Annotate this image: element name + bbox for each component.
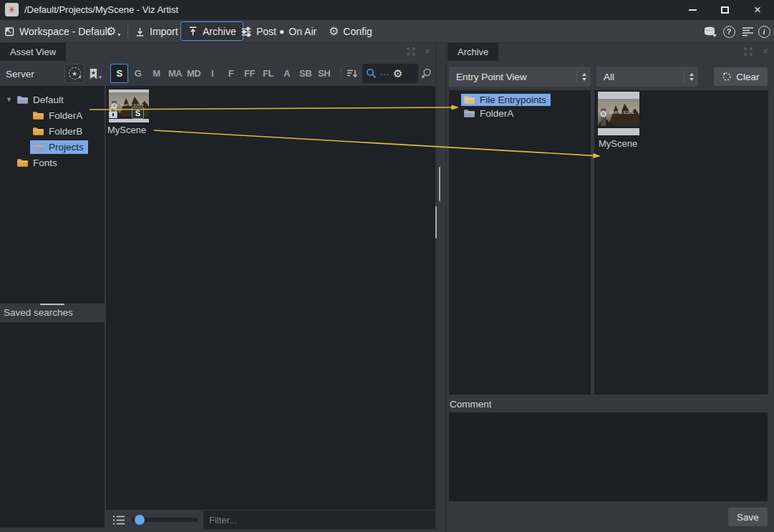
workspace-button[interactable]: Workspace - Default xyxy=(4,20,110,43)
server-label: Server xyxy=(6,69,34,79)
tree-item-folder-b[interactable]: FolderB xyxy=(0,123,105,139)
entry-point-tree: File Entrypoints FolderA xyxy=(449,90,591,395)
advanced-search-button[interactable] xyxy=(420,68,432,82)
folder-icon xyxy=(32,110,44,120)
close-button[interactable]: × xyxy=(745,0,770,20)
info-button[interactable]: i xyxy=(755,20,773,43)
lines-icon xyxy=(742,26,754,37)
archive-expand-icon[interactable] xyxy=(742,45,755,58)
info-icon: i xyxy=(758,26,770,38)
sidebar-splitter-handle[interactable] xyxy=(40,304,64,305)
filter-button-material[interactable]: M xyxy=(147,64,165,83)
comment-textarea[interactable] xyxy=(449,412,768,501)
tree-item-default[interactable]: ▼ Default xyxy=(0,92,105,107)
server-tree: ▼ Default FolderA xyxy=(0,86,105,304)
scene-preview-image: SAMPLE SCENE xyxy=(598,99,639,126)
letterbox-bar xyxy=(598,128,639,135)
main-toolbar: Workspace - Default ⚙ ▾ Import Archive xyxy=(0,20,774,43)
archive-thumbnail-myscene[interactable]: SAMPLE SCENE xyxy=(598,92,639,133)
viz-artist-window: ✳ /Default/Projects/MyScene - Viz Artist… xyxy=(0,0,774,532)
tree-item-label: Fonts xyxy=(33,158,57,168)
filter-button-fl[interactable]: FL xyxy=(259,64,277,83)
spinner-arrows-icon xyxy=(690,73,694,81)
tree-item-folder-a[interactable]: FolderA xyxy=(0,107,105,123)
asset-view-expand-icon[interactable] xyxy=(405,45,417,58)
tree-item-label: FolderA xyxy=(49,110,82,121)
filter-button-image[interactable]: I xyxy=(203,64,221,83)
smart-search-button[interactable]: ★ ▾ xyxy=(64,64,84,83)
config-button[interactable]: ⚙ Config xyxy=(329,20,372,43)
filter-button-md[interactable]: MD xyxy=(185,64,203,83)
thumbnail-size-slider-knob[interactable] xyxy=(135,515,145,525)
help-button[interactable]: ? xyxy=(720,20,737,43)
gear-icon: ⚙ xyxy=(106,26,116,37)
post-label: Post xyxy=(256,26,276,37)
filter-button-ma[interactable]: MA xyxy=(166,64,184,83)
list-view-button[interactable] xyxy=(112,515,125,528)
type-filter-dropdown[interactable]: All xyxy=(596,67,698,87)
archive-close-icon[interactable]: × xyxy=(759,45,772,58)
filter-button-scene[interactable]: S xyxy=(110,64,128,83)
tab-archive[interactable]: Archive xyxy=(448,43,498,61)
search-input[interactable]: ... ⚙ xyxy=(362,64,418,83)
svg-text:SAMPLE SCENE: SAMPLE SCENE xyxy=(610,111,634,115)
workspace-settings-button[interactable]: ⚙ ▾ xyxy=(106,20,120,43)
save-label: Save xyxy=(737,512,759,523)
sort-button[interactable] xyxy=(346,68,359,82)
folder-icon xyxy=(463,108,475,118)
log-button[interactable] xyxy=(739,20,756,43)
clear-button[interactable]: Clear xyxy=(714,67,768,86)
post-button[interactable]: Post xyxy=(241,20,276,43)
asset-view-close-icon[interactable]: × xyxy=(421,45,434,58)
tree-item-fonts[interactable]: Fonts xyxy=(0,155,105,170)
archive-button-active[interactable]: Archive xyxy=(180,21,243,41)
import-icon xyxy=(135,26,145,37)
filter-button-ff[interactable]: FF xyxy=(241,64,258,83)
filter-button-sb[interactable]: SB xyxy=(296,64,314,83)
sliders-icon xyxy=(241,26,252,37)
tree-item-label: File Entrypoints xyxy=(480,95,546,105)
archive-content-panel[interactable] xyxy=(594,90,768,395)
letterbox-bar xyxy=(598,92,639,99)
star-circle-icon: ★ ▾ xyxy=(69,67,81,79)
chevron-down-icon: ▾ xyxy=(117,32,120,38)
import-label: Import xyxy=(150,26,178,37)
save-button[interactable]: Save xyxy=(728,508,768,526)
filter-button-geometry[interactable]: G xyxy=(129,64,147,83)
panel-divider xyxy=(445,43,446,532)
tree-item-archive-folder-a[interactable]: FolderA xyxy=(449,106,591,120)
expander-icon[interactable]: ▼ xyxy=(6,96,14,103)
tree-item-projects-selected[interactable]: Projects xyxy=(0,139,105,155)
bookmarks-button[interactable]: ▾ xyxy=(87,64,104,83)
panel-divider xyxy=(436,43,437,532)
database-status-button[interactable] xyxy=(702,20,719,43)
archive-label: Archive xyxy=(203,26,236,37)
refresh-icon xyxy=(722,72,732,82)
sort-icon xyxy=(346,68,359,79)
asset-list-panel[interactable] xyxy=(106,86,435,510)
title-bar: ✳ /Default/Projects/MyScene - Viz Artist… xyxy=(0,0,774,20)
tree-item-file-entrypoints-selected[interactable]: File Entrypoints xyxy=(449,92,591,107)
saved-searches-panel[interactable] xyxy=(0,322,105,528)
tree-item-label: Default xyxy=(33,95,64,105)
search-settings-icon[interactable]: ⚙ xyxy=(393,68,402,79)
clear-label: Clear xyxy=(736,72,759,82)
filter-input[interactable] xyxy=(203,511,435,529)
splitter-grip[interactable] xyxy=(435,206,437,238)
list-icon xyxy=(112,515,125,526)
maximize-button[interactable] xyxy=(712,0,737,20)
filter-button-audio[interactable]: A xyxy=(278,64,296,83)
bookmark-icon xyxy=(89,68,98,80)
gear-icon: ⚙ xyxy=(329,26,339,37)
config-label: Config xyxy=(343,26,372,37)
minimize-button[interactable] xyxy=(680,0,705,20)
import-button[interactable]: Import xyxy=(135,20,178,43)
filter-button-sh[interactable]: SH xyxy=(315,64,333,83)
view-mode-dropdown[interactable]: Entry Point View xyxy=(449,67,591,87)
search-ellipsis: ... xyxy=(380,67,390,77)
splitter-grip[interactable] xyxy=(439,167,440,201)
on-air-button[interactable]: ● On Air xyxy=(279,20,316,43)
filter-button-f[interactable]: F xyxy=(222,64,240,83)
tab-asset-view[interactable]: Asset View xyxy=(0,43,66,61)
view-mode-value: Entry Point View xyxy=(456,72,527,82)
